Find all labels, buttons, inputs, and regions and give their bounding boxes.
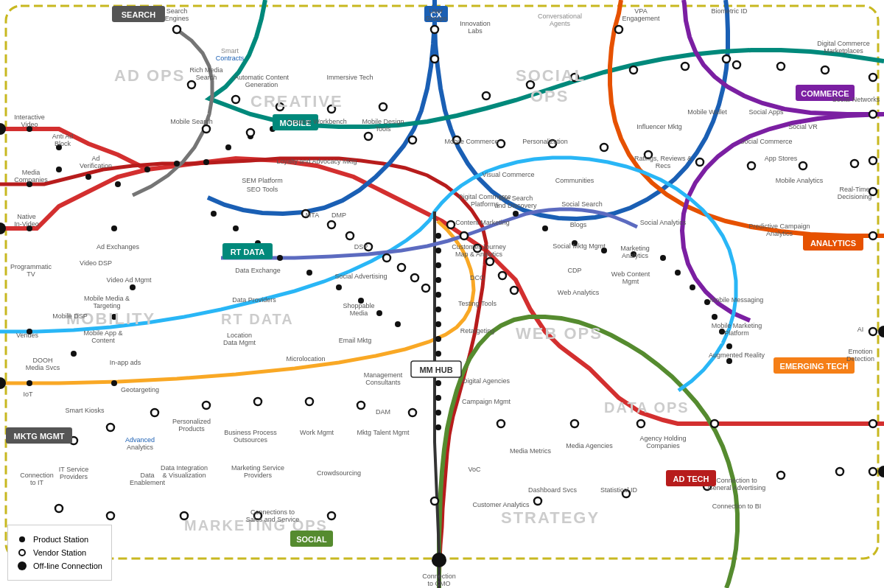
svg-text:Interactive: Interactive — [14, 113, 45, 121]
svg-text:RT DATA: RT DATA — [231, 248, 265, 256]
svg-point-42 — [435, 395, 441, 401]
svg-text:Search: Search — [166, 7, 188, 15]
svg-text:ANALYTICS: ANALYTICS — [810, 239, 856, 248]
svg-point-133 — [511, 287, 518, 294]
svg-point-38 — [435, 336, 441, 342]
svg-text:Media Metrics: Media Metrics — [510, 447, 552, 455]
svg-point-6 — [27, 380, 32, 386]
svg-point-39 — [435, 351, 441, 357]
svg-text:Mobile Media &: Mobile Media & — [84, 295, 130, 302]
svg-text:Retargeting: Retargeting — [460, 327, 495, 335]
svg-text:WEB OPS: WEB OPS — [516, 324, 603, 343]
svg-text:Shoppable: Shoppable — [343, 302, 374, 309]
svg-point-125 — [398, 264, 405, 271]
svg-text:Analytics: Analytics — [127, 444, 154, 451]
svg-text:Social Analytics: Social Analytics — [640, 219, 687, 226]
legend-offline-connection: Off-line Connection — [17, 561, 102, 571]
svg-point-16 — [71, 351, 77, 357]
svg-text:Targeting: Targeting — [93, 302, 120, 309]
svg-point-67 — [379, 103, 387, 111]
svg-point-22 — [211, 211, 217, 217]
svg-text:Blogs: Blogs — [570, 221, 587, 228]
svg-text:Loyalty and Advocacy Mktg: Loyalty and Advocacy Mktg — [276, 158, 357, 165]
svg-text:Mgmt: Mgmt — [622, 278, 639, 285]
svg-text:In-app ads: In-app ads — [110, 359, 141, 366]
legend-product-station: Product Station — [17, 534, 102, 545]
svg-text:to IT: to IT — [30, 479, 44, 486]
svg-text:VPA: VPA — [634, 7, 647, 15]
svg-text:Mktg Talent Mgmt: Mktg Talent Mgmt — [357, 429, 410, 436]
svg-point-57 — [726, 358, 732, 364]
svg-text:VoC: VoC — [468, 466, 481, 473]
svg-text:Analytics: Analytics — [622, 252, 649, 259]
svg-text:SEARCH: SEARCH — [122, 10, 156, 19]
svg-point-118 — [777, 472, 785, 479]
svg-point-124 — [383, 254, 390, 262]
svg-point-59 — [431, 26, 438, 33]
legend-vendor-label: Vendor Station — [33, 548, 86, 557]
svg-point-88 — [799, 162, 807, 169]
svg-text:Social Commerce: Social Commerce — [740, 138, 792, 145]
svg-text:DOOH: DOOH — [33, 357, 53, 364]
svg-text:Marketplaces: Marketplaces — [824, 47, 863, 55]
svg-text:Social VR: Social VR — [788, 123, 818, 130]
svg-text:AD TECH: AD TECH — [673, 475, 709, 483]
svg-point-86 — [696, 158, 704, 166]
svg-text:Mobile Search: Mobile Search — [170, 118, 213, 125]
svg-point-50 — [660, 255, 666, 261]
svg-text:Decisioning: Decisioning — [838, 193, 872, 200]
svg-point-90 — [869, 111, 877, 118]
svg-text:Recs: Recs — [656, 162, 671, 169]
svg-point-45 — [513, 211, 519, 217]
svg-text:Verification: Verification — [80, 162, 112, 169]
svg-text:Creative Workbench: Creative Workbench — [287, 118, 346, 125]
svg-text:Personalized: Personalized — [172, 418, 211, 425]
svg-point-106 — [151, 409, 158, 416]
svg-point-99 — [571, 420, 578, 427]
svg-point-95 — [869, 420, 877, 427]
svg-text:SEO Tools: SEO Tools — [247, 186, 278, 193]
svg-text:Mobile Messaging: Mobile Messaging — [710, 296, 764, 304]
svg-text:Contracts: Contracts — [216, 55, 245, 62]
svg-point-115 — [534, 497, 541, 505]
svg-point-8 — [56, 167, 62, 172]
svg-point-37 — [435, 321, 441, 327]
svg-text:Customer Analytics: Customer Analytics — [472, 501, 530, 508]
svg-text:Products: Products — [178, 425, 205, 433]
svg-text:Search: Search — [196, 74, 217, 81]
svg-text:Data Providers: Data Providers — [232, 296, 276, 304]
svg-text:Smart Kiosks: Smart Kiosks — [65, 407, 105, 414]
svg-point-134 — [432, 553, 446, 567]
svg-point-26 — [306, 270, 312, 276]
svg-text:Site Search: Site Search — [499, 195, 533, 202]
svg-point-122 — [346, 232, 354, 239]
svg-point-62 — [723, 55, 730, 63]
svg-point-32 — [435, 248, 441, 253]
svg-text:Video: Video — [21, 121, 38, 128]
svg-point-84 — [600, 144, 608, 151]
svg-text:Anti Ad: Anti Ad — [52, 133, 74, 140]
svg-point-110 — [328, 512, 335, 519]
svg-point-19 — [225, 144, 231, 150]
svg-text:Block: Block — [55, 140, 71, 147]
svg-text:Sales and Service: Sales and Service — [246, 516, 300, 523]
svg-text:AD OPS: AD OPS — [114, 66, 185, 85]
svg-text:CREATIVE: CREATIVE — [250, 92, 343, 111]
svg-text:Analytics: Analytics — [766, 230, 793, 237]
svg-point-12 — [174, 161, 180, 167]
svg-point-27 — [336, 284, 342, 290]
svg-point-128 — [447, 221, 455, 228]
svg-text:OPS: OPS — [530, 87, 569, 105]
svg-text:Testing Tools: Testing Tools — [458, 300, 497, 307]
svg-text:Agents: Agents — [550, 20, 571, 27]
svg-text:Outsources: Outsources — [234, 436, 268, 444]
svg-text:Statistical ID: Statistical ID — [600, 486, 638, 494]
svg-point-31 — [435, 233, 441, 239]
svg-point-61 — [615, 26, 622, 33]
svg-point-72 — [681, 63, 689, 70]
svg-text:Media Agencies: Media Agencies — [566, 442, 613, 449]
svg-point-96 — [869, 468, 877, 475]
svg-point-44 — [435, 424, 441, 430]
svg-point-101 — [409, 409, 416, 416]
svg-text:Influencer Mktg: Influencer Mktg — [636, 123, 682, 130]
